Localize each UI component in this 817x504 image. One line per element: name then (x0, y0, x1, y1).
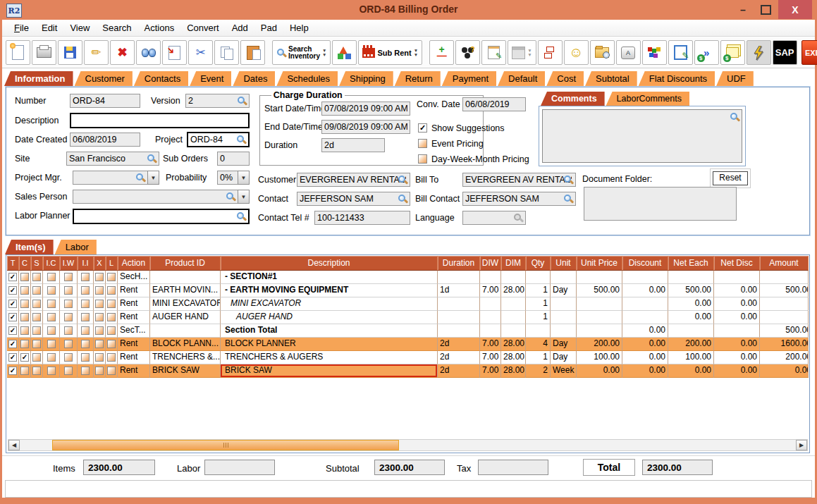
org-chart-button[interactable] (538, 40, 563, 65)
cell-amount[interactable] (760, 297, 809, 311)
cell-discount[interactable]: 0.00 (622, 351, 668, 364)
project-mgr-dropdown[interactable]: ▼ (147, 171, 159, 185)
new-button[interactable] (6, 40, 30, 65)
cell-diw[interactable]: 7.00 (480, 364, 501, 378)
write-note-button[interactable] (668, 40, 693, 65)
row-checkbox[interactable] (47, 273, 56, 281)
cell-diw[interactable]: 7.00 (480, 351, 501, 364)
row-checkbox[interactable] (32, 353, 41, 362)
calendar-button[interactable]: ▼▼ (508, 40, 536, 65)
cell-unit[interactable]: Day (551, 284, 577, 297)
row-checkbox[interactable] (64, 313, 73, 321)
cell-action[interactable]: Rent (118, 351, 150, 364)
cell-dim[interactable] (501, 271, 526, 284)
cell-amount[interactable]: 1600.00 (760, 338, 809, 351)
row-checkbox[interactable] (107, 300, 116, 308)
cell-amount[interactable] (760, 271, 809, 284)
menu-pad[interactable]: Pad (254, 21, 283, 35)
row-checkbox[interactable] (64, 340, 73, 348)
tab-flat-discounts[interactable]: Flat Discounts (639, 71, 715, 86)
cell-net-each[interactable]: 200.00 (668, 338, 714, 351)
paste-special-button[interactable] (162, 40, 187, 65)
event-pricing-checkbox[interactable] (418, 139, 427, 148)
cell-qty[interactable]: 1 (526, 351, 551, 364)
contact-field[interactable]: JEFFERSON SAM (297, 192, 410, 206)
col-header-ii[interactable]: I.I (78, 256, 94, 271)
col-header-l[interactable]: L (106, 256, 118, 271)
probability-field[interactable]: 0% (217, 171, 238, 185)
menu-convert[interactable]: Convert (180, 21, 226, 35)
row-checkbox[interactable] (81, 313, 90, 321)
lookup-icon[interactable] (730, 112, 739, 122)
bill-to-field[interactable]: EVERGREEN AV RENTALS (462, 173, 576, 187)
group-button[interactable] (455, 40, 480, 65)
row-checkbox[interactable] (81, 353, 90, 362)
tab-contacts[interactable]: Contacts (134, 71, 188, 86)
cell-unit[interactable] (551, 311, 577, 324)
cell-discount[interactable] (622, 297, 668, 311)
document-folder-box[interactable] (584, 187, 737, 221)
cell-unit[interactable]: Week (551, 364, 577, 378)
cell-duration[interactable] (438, 324, 480, 338)
minimize-button[interactable]: – (732, 0, 754, 19)
row-checkbox[interactable] (47, 326, 56, 335)
cell-description[interactable]: - EARTH MOVING EQUIPMENT (221, 284, 438, 297)
cell-qty[interactable]: 1 (526, 284, 551, 297)
cell-dim[interactable]: 28.00 (501, 351, 526, 364)
row-checkbox[interactable] (32, 300, 41, 308)
row-checkbox[interactable]: ✓ (20, 353, 29, 362)
row-checkbox[interactable] (64, 367, 73, 375)
cell-action[interactable]: SecT... (118, 324, 150, 338)
search-inventory-button[interactable]: Search Inventory ▼▼ (272, 40, 331, 65)
tab-event[interactable]: Event (190, 71, 231, 86)
cell-net-each[interactable] (668, 271, 714, 284)
day-week-month-pricing-checkbox[interactable] (418, 154, 427, 164)
cell-discount[interactable] (622, 271, 668, 284)
smiley-button[interactable]: ☺ (564, 40, 589, 65)
cell-qty[interactable]: 1 (526, 297, 551, 311)
cell-unit[interactable] (551, 297, 577, 311)
cell-unit-price[interactable] (577, 271, 622, 284)
col-header-c[interactable]: C (19, 256, 31, 271)
cell-net-disc[interactable]: 0.00 (714, 311, 760, 324)
print-button[interactable] (32, 40, 56, 65)
row-checkbox[interactable] (64, 353, 73, 362)
row-checkbox[interactable] (32, 313, 41, 321)
row-checkbox[interactable] (32, 367, 41, 375)
cell-dim[interactable]: 28.00 (501, 338, 526, 351)
cell-duration[interactable]: 2d (438, 351, 480, 364)
cell-dim[interactable] (501, 311, 526, 324)
col-header-iw[interactable]: I.W (60, 256, 78, 271)
row-checkbox[interactable] (47, 340, 56, 348)
lookup-icon[interactable] (226, 192, 235, 202)
cell-net-each[interactable]: 100.00 (668, 351, 714, 364)
scroll-left-button[interactable]: ◀ (8, 440, 20, 450)
project-field[interactable]: ORD-84 (187, 132, 250, 147)
close-button[interactable]: X (778, 0, 812, 19)
row-checkbox[interactable] (64, 300, 73, 308)
cell-net-each[interactable]: 500.00 (668, 284, 714, 297)
row-checkbox[interactable] (47, 367, 56, 375)
row-checkbox[interactable] (47, 286, 56, 295)
row-checkbox[interactable]: ✓ (8, 300, 17, 308)
sub-rent-button[interactable]: Sub Rent ▼▼ (358, 40, 422, 65)
tab-subtotal[interactable]: Subtotal (585, 71, 637, 86)
row-checkbox[interactable] (95, 353, 104, 362)
row-checkbox[interactable]: ✓ (8, 273, 17, 281)
row-checkbox[interactable] (20, 367, 29, 375)
cell-amount[interactable]: 200.00 (760, 351, 809, 364)
cell-action[interactable]: Rent (118, 284, 150, 297)
cell-unit[interactable]: Day (551, 351, 577, 364)
col-header-net-each[interactable]: Net Each (668, 256, 714, 271)
col-header-discount[interactable]: Discount (622, 256, 668, 271)
row-checkbox[interactable] (107, 326, 116, 335)
cell-action[interactable]: Rent (118, 297, 150, 311)
lookup-icon[interactable] (237, 96, 247, 106)
row-checkbox[interactable] (95, 273, 104, 281)
cell-net-each[interactable]: 0.00 (668, 311, 714, 324)
cell-unit-price[interactable] (577, 324, 622, 338)
menu-actions[interactable]: Actions (138, 21, 181, 35)
find-button[interactable] (136, 40, 161, 65)
row-checkbox[interactable]: ✓ (8, 286, 17, 295)
row-checkbox[interactable] (47, 353, 56, 362)
